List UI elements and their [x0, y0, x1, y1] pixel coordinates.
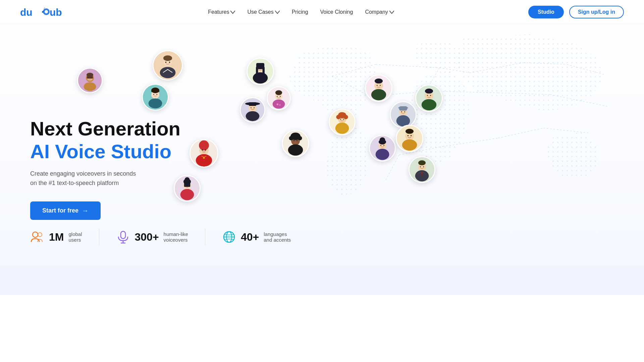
stat-users-number: 1M: [49, 231, 64, 243]
nav-pricing[interactable]: Pricing: [292, 9, 308, 15]
avatar-1: [77, 68, 103, 93]
avatar-3: [142, 84, 169, 111]
svg-point-151: [420, 166, 421, 167]
svg-point-137: [380, 145, 381, 146]
navbar: du ub Features Use Cases Pricing Voice C…: [0, 0, 644, 24]
svg-point-82: [196, 154, 212, 167]
avatar-16: [409, 156, 435, 183]
footer-bar: [0, 265, 644, 295]
svg-point-87: [205, 149, 206, 151]
avatar-2: [153, 50, 183, 80]
svg-text:ub: ub: [50, 7, 62, 18]
svg-rect-103: [375, 93, 383, 97]
svg-point-85: [200, 143, 208, 150]
svg-point-88: [203, 157, 205, 159]
avatar-13: [415, 84, 443, 112]
stat-users: 1M global users: [30, 230, 99, 244]
svg-point-35: [163, 55, 172, 61]
svg-point-102: [375, 78, 383, 83]
svg-point-121: [401, 111, 402, 112]
svg-point-154: [38, 233, 42, 237]
start-button-label: Start for free: [42, 207, 78, 214]
avatar-4: [247, 58, 274, 85]
users-icon: [30, 230, 44, 244]
svg-point-114: [343, 119, 344, 120]
svg-text:du: du: [20, 7, 33, 18]
svg-point-37: [169, 62, 170, 63]
svg-point-36: [165, 62, 167, 63]
hero-description: Create engaging voiceovers in seconds on…: [30, 169, 144, 188]
svg-point-133: [376, 149, 389, 160]
hero-title-line1: Next Generation: [30, 118, 180, 139]
svg-point-77: [298, 136, 302, 140]
nav-use-cases[interactable]: Use Cases: [247, 9, 279, 15]
svg-point-64: [273, 100, 285, 109]
svg-point-70: [280, 96, 281, 97]
svg-point-66: [279, 104, 281, 106]
svg-point-122: [404, 111, 405, 112]
svg-point-53: [261, 68, 262, 69]
svg-point-130: [430, 95, 431, 96]
stat-languages-number: 40+: [241, 231, 259, 243]
svg-point-69: [277, 96, 278, 97]
avatar-7: [282, 130, 309, 157]
svg-point-141: [402, 139, 417, 150]
start-free-button[interactable]: Start for free →: [30, 201, 101, 220]
svg-point-143: [406, 129, 414, 134]
nav-links: Features Use Cases Pricing Voice Cloning…: [208, 9, 394, 15]
svg-point-96: [185, 185, 186, 186]
globe-icon: [222, 230, 236, 244]
svg-rect-120: [399, 106, 407, 111]
avatar-6: [267, 86, 291, 110]
svg-point-79: [297, 140, 298, 141]
svg-point-52: [258, 68, 259, 69]
svg-point-153: [33, 232, 38, 237]
svg-point-68: [275, 90, 282, 95]
stat-voiceovers: 300+ human-like voiceovers: [116, 230, 205, 244]
svg-rect-51: [262, 67, 264, 76]
stat-divider-1: [99, 229, 99, 245]
avatar-10: [365, 74, 392, 102]
svg-point-30: [91, 77, 92, 78]
svg-point-104: [377, 85, 378, 86]
svg-point-144: [408, 135, 409, 136]
svg-rect-128: [425, 103, 433, 107]
svg-point-73: [288, 144, 303, 156]
svg-point-127: [425, 88, 433, 94]
svg-point-61: [254, 107, 255, 108]
login-button[interactable]: Sign up/Log in: [569, 6, 624, 18]
svg-point-145: [411, 135, 412, 136]
svg-point-33: [160, 67, 176, 78]
svg-point-86: [202, 149, 203, 151]
nav-features[interactable]: Features: [208, 9, 235, 15]
svg-rect-50: [256, 67, 258, 76]
svg-point-40: [149, 99, 162, 109]
svg-rect-59: [249, 102, 256, 106]
stat-languages: 40+ languages and accents: [222, 230, 308, 244]
svg-rect-28: [87, 76, 93, 78]
svg-point-152: [423, 166, 424, 167]
svg-point-108: [335, 123, 349, 134]
svg-point-76: [289, 136, 293, 140]
svg-point-112: [344, 115, 348, 119]
svg-point-44: [156, 94, 157, 95]
stat-languages-label: languages and accents: [264, 231, 291, 243]
svg-point-136: [379, 139, 386, 144]
avatar-5: [240, 97, 265, 123]
hero-title-line2: AI Voice Studio: [30, 141, 180, 162]
svg-point-25: [84, 82, 96, 91]
svg-point-43: [153, 94, 154, 95]
svg-point-29: [88, 77, 89, 78]
svg-rect-155: [121, 231, 125, 239]
svg-point-78: [293, 140, 294, 141]
hero-section: Next Generation AI Voice Studio Create e…: [0, 24, 644, 265]
svg-point-113: [340, 119, 341, 120]
svg-point-94: [185, 177, 190, 182]
studio-button[interactable]: Studio: [528, 6, 564, 18]
nav-voice-cloning[interactable]: Voice Cloning: [320, 9, 353, 15]
logo[interactable]: du ub: [20, 5, 74, 19]
nav-actions: Studio Sign up/Log in: [528, 6, 624, 18]
svg-point-97: [188, 185, 189, 186]
nav-company[interactable]: Company: [365, 9, 394, 15]
svg-point-91: [180, 189, 194, 200]
